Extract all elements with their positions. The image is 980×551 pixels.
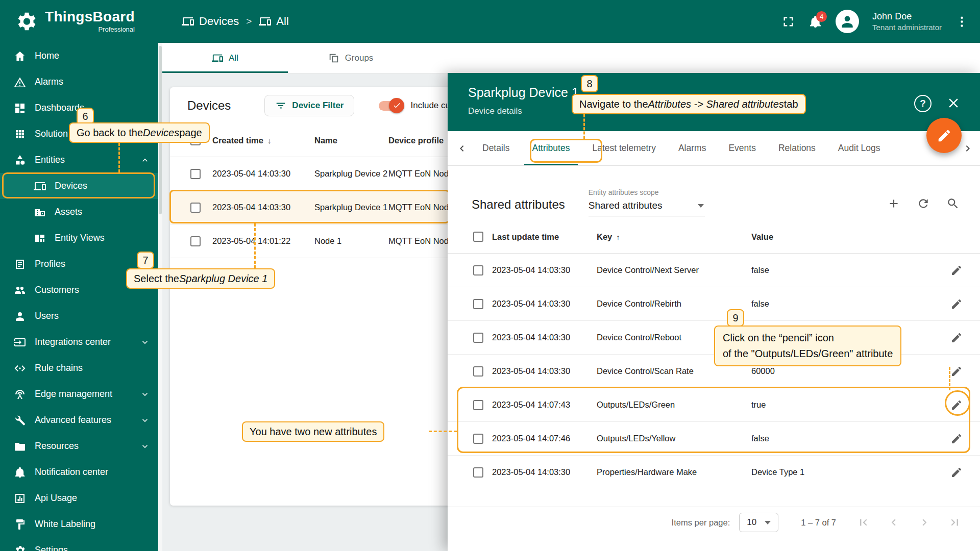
attribute-scope-select[interactable]: Entity attributes scope Shared attribute… xyxy=(589,188,705,216)
sidebar-item-alarms[interactable]: Alarms xyxy=(0,69,158,95)
first-page-button[interactable] xyxy=(856,516,870,529)
drawer-tab-events[interactable]: Events xyxy=(717,131,767,165)
fullscreen-button[interactable] xyxy=(781,15,795,29)
next-page-button[interactable] xyxy=(918,516,931,529)
logo-subtitle: Professional xyxy=(45,26,135,33)
sidebar-item-devices[interactable]: Devices xyxy=(0,173,158,199)
sidebar-item-white-labeling[interactable]: White Labeling xyxy=(0,511,158,537)
tab-all[interactable]: All xyxy=(162,43,288,73)
more-menu-button[interactable] xyxy=(955,15,969,29)
attribute-row[interactable]: 2023-05-04 14:03:30 Properties/Hardware … xyxy=(448,456,980,489)
column-key[interactable]: Key xyxy=(597,232,751,242)
edit-device-fab[interactable] xyxy=(926,118,962,153)
edit-attribute-button[interactable] xyxy=(950,298,963,310)
select-all-attributes-checkbox[interactable] xyxy=(473,232,483,242)
drawer-tab-attributes[interactable]: Attributes xyxy=(521,131,581,165)
sidebar-item-settings[interactable]: Settings xyxy=(0,537,158,551)
attribute-scope-value[interactable]: Shared attributes xyxy=(589,196,705,216)
close-drawer-button[interactable] xyxy=(946,95,961,111)
sidebar-item-notification-center[interactable]: Notification center xyxy=(0,459,158,485)
tabs-scroll-left-button[interactable] xyxy=(456,142,468,155)
sidebar-item-api-usage[interactable]: Api Usage xyxy=(0,485,158,511)
attribute-row[interactable]: 2023-05-04 14:07:46 Outputs/LEDs/Yellow … xyxy=(448,422,980,456)
pencil-icon xyxy=(937,128,952,143)
sidebar-item-integrations-center[interactable]: Integrations center xyxy=(0,329,158,355)
callout-two-new-attributes: You have two new attributes xyxy=(242,421,384,442)
attributes-table-header: Last update time Key Value xyxy=(448,220,980,254)
sidebar-item-entities[interactable]: Entities xyxy=(0,147,158,173)
sidebar-item-advanced-features[interactable]: Advanced features xyxy=(0,407,158,433)
user-avatar[interactable] xyxy=(836,10,859,33)
column-value[interactable]: Value xyxy=(751,232,933,242)
help-button[interactable] xyxy=(914,95,932,112)
sidebar-item-label: Resources xyxy=(35,441,79,452)
row-checkbox[interactable] xyxy=(190,169,201,179)
attribute-row[interactable]: 2023-05-04 14:03:30 Device Control/Rebir… xyxy=(448,287,980,321)
attribute-checkbox[interactable] xyxy=(473,400,483,410)
column-name[interactable]: Name xyxy=(314,135,388,146)
search-button[interactable] xyxy=(946,197,960,210)
attribute-checkbox[interactable] xyxy=(473,434,483,444)
items-per-page-select[interactable]: 10 xyxy=(739,513,778,532)
attribute-row[interactable]: 2023-05-04 14:07:43 Outputs/LEDs/Green t… xyxy=(448,388,980,422)
refresh-button[interactable] xyxy=(917,197,930,210)
sidebar-item-icon xyxy=(14,414,26,427)
row-checkbox[interactable] xyxy=(190,203,201,213)
drawer-tab-latest-telemetry[interactable]: Latest telemetry xyxy=(581,131,667,165)
attribute-checkbox[interactable] xyxy=(473,299,483,309)
breadcrumb-all-label: All xyxy=(276,15,288,28)
device-created-time: 2023-05-04 14:01:22 xyxy=(212,236,314,246)
sort-desc-icon xyxy=(267,136,272,145)
drawer-tab-details[interactable]: Details xyxy=(471,131,521,165)
sidebar-scrollbar[interactable] xyxy=(158,43,162,551)
attribute-checkbox[interactable] xyxy=(473,366,483,377)
sidebar-item-resources[interactable]: Resources xyxy=(0,433,158,459)
column-last-update-time[interactable]: Last update time xyxy=(492,232,597,242)
column-created-time[interactable]: Created time xyxy=(212,136,314,145)
attribute-value: true xyxy=(751,400,933,410)
last-page-button[interactable] xyxy=(948,516,962,529)
notifications-button[interactable]: 4 xyxy=(808,15,822,29)
last-page-icon xyxy=(948,516,962,529)
edit-attribute-button[interactable] xyxy=(950,433,963,445)
sidebar-item-label: Customers xyxy=(35,285,79,295)
shared-attributes-title: Shared attributes xyxy=(472,197,565,216)
device-filter-button[interactable]: Device Filter xyxy=(264,95,354,116)
row-checkbox[interactable] xyxy=(190,236,201,246)
drawer-tab-relations[interactable]: Relations xyxy=(767,131,827,165)
sidebar-item-edge-management[interactable]: Edge management xyxy=(0,381,158,407)
edit-attribute-button[interactable] xyxy=(950,466,963,479)
sidebar-item-icon xyxy=(14,154,26,166)
attribute-value: false xyxy=(751,265,933,275)
previous-page-button[interactable] xyxy=(887,516,900,529)
breadcrumb-all[interactable]: All xyxy=(259,15,288,28)
drawer-tab-audit-logs[interactable]: Audit Logs xyxy=(827,131,892,165)
sidebar-item-users[interactable]: Users xyxy=(0,303,158,329)
breadcrumb-separator: > xyxy=(246,16,252,27)
tabs-scroll-right-button[interactable] xyxy=(962,142,974,155)
device-details-drawer: Sparkplug Device 1 Device details Detail… xyxy=(448,73,980,551)
sidebar-item-home[interactable]: Home xyxy=(0,43,158,69)
attribute-checkbox[interactable] xyxy=(473,467,483,478)
sidebar-item-rule-chains[interactable]: Rule chains xyxy=(0,355,158,381)
attribute-checkbox[interactable] xyxy=(473,333,483,343)
edit-attribute-button[interactable] xyxy=(950,365,963,378)
sidebar-item-assets[interactable]: Assets xyxy=(0,199,158,225)
attribute-checkbox[interactable] xyxy=(473,265,483,276)
drawer-tab-alarms[interactable]: Alarms xyxy=(667,131,717,165)
sidebar-item-label: Users xyxy=(35,311,59,321)
edit-attribute-button[interactable] xyxy=(950,332,963,344)
tab-groups[interactable]: Groups xyxy=(288,43,413,73)
pencil-icon xyxy=(950,466,963,479)
sidebar-item-entity-views[interactable]: Entity Views xyxy=(0,225,158,251)
edit-attribute-button[interactable] xyxy=(950,264,963,277)
thingsboard-logo[interactable]: ThingsBoard Professional xyxy=(0,10,158,33)
edit-attribute-button[interactable] xyxy=(950,399,963,411)
include-customers-toggle[interactable] xyxy=(379,101,402,111)
user-role: Tenant administrator xyxy=(872,22,942,33)
sidebar-item-label: Edge management xyxy=(35,389,112,399)
breadcrumb-devices[interactable]: Devices xyxy=(182,15,239,28)
add-attribute-button[interactable] xyxy=(887,197,900,210)
attribute-value: Device Type 1 xyxy=(751,467,933,477)
attribute-row[interactable]: 2023-05-04 14:03:30 Device Control/Next … xyxy=(448,254,980,287)
